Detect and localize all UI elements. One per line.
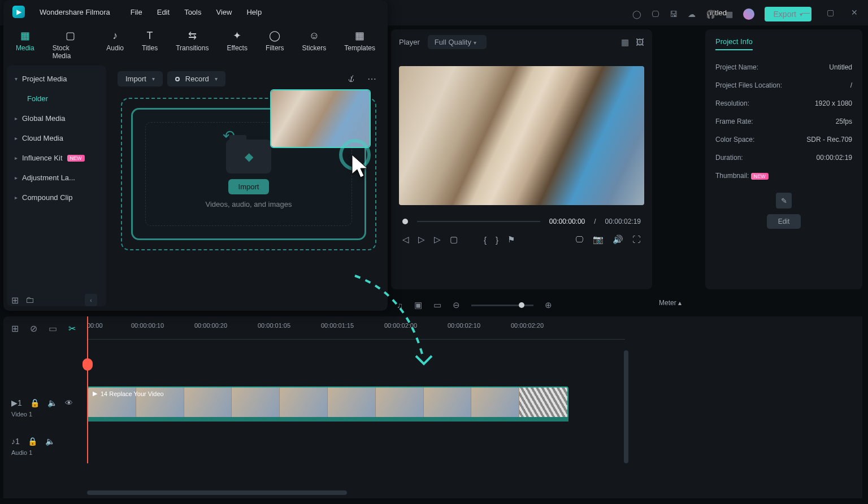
- audio-tool-icon[interactable]: ♫: [397, 301, 403, 310]
- tab-effects[interactable]: ✦Effects: [221, 27, 253, 62]
- monitor-icon[interactable]: 🖵: [652, 10, 659, 19]
- tab-transitions[interactable]: ⇆Transitions: [170, 27, 214, 62]
- info-row-duration: Duration:00:00:02:19: [715, 149, 852, 167]
- playhead-handle-icon[interactable]: [83, 358, 93, 371]
- audio-track-icon[interactable]: ♪1: [11, 437, 20, 446]
- record-indicator-icon[interactable]: ◯: [632, 10, 641, 19]
- cloud-icon[interactable]: ☁: [688, 10, 696, 19]
- thumbnail-edit-icon[interactable]: ✎: [776, 193, 792, 208]
- timeline-scrollbar-horizontal[interactable]: [87, 490, 347, 495]
- timeline-panel: ⊞ ⊘ ▭ ✂ 00:00 00:00:00:10 00:00:00:20 00…: [3, 316, 862, 498]
- zoom-out-icon[interactable]: ⊖: [453, 300, 460, 310]
- zoom-handle[interactable]: [519, 302, 524, 308]
- video-preview[interactable]: [399, 66, 644, 205]
- project-info-tab[interactable]: Project Info: [715, 37, 753, 50]
- headphones-icon[interactable]: 🎧: [706, 10, 715, 19]
- mute-icon[interactable]: 🔈: [45, 437, 55, 446]
- add-track-icon[interactable]: ⊞: [11, 323, 19, 334]
- menu-edit[interactable]: Edit: [157, 8, 170, 16]
- tab-audio[interactable]: ♪Audio: [101, 27, 129, 62]
- media-panel: ▶ Wondershare Filmora File Edit Tools Vi…: [3, 0, 388, 311]
- tab-stock-media[interactable]: ▢Stock Media: [47, 27, 94, 62]
- media-icon: ▦: [20, 29, 30, 42]
- info-row-project-name: Project Name:Untitled: [715, 58, 852, 76]
- tab-titles[interactable]: TTitles: [136, 27, 163, 62]
- mute-icon[interactable]: 🔈: [47, 398, 57, 407]
- playhead[interactable]: [87, 316, 88, 463]
- sidebar-item-compound-clip[interactable]: ▸Compound Clip: [7, 188, 106, 207]
- chevron-down-icon: ▾: [215, 76, 218, 82]
- volume-icon[interactable]: 🔊: [613, 234, 623, 245]
- sidebar-item-influence-kit[interactable]: ▸Influence Kit NEW: [7, 148, 106, 168]
- timeline-ruler[interactable]: 00:00 00:00:00:10 00:00:00:20 00:00:01:0…: [87, 322, 625, 347]
- avatar[interactable]: [743, 8, 754, 20]
- mark-out-icon[interactable]: }: [496, 235, 498, 245]
- chevron-right-icon: ▸: [15, 135, 18, 141]
- edit-button[interactable]: Edit: [767, 214, 801, 229]
- zoom-slider[interactable]: [471, 305, 533, 306]
- step-forward-icon[interactable]: ▷: [434, 234, 441, 245]
- scrub-bar[interactable]: 00:00:00:00 / 00:00:02:19: [391, 208, 652, 230]
- fullscreen-icon[interactable]: ⛶: [632, 234, 641, 245]
- filter-icon[interactable]: ⫝̸: [344, 72, 359, 86]
- clip-audio-strip[interactable]: [87, 417, 568, 422]
- sidebar-item-folder[interactable]: Folder: [19, 89, 106, 108]
- tab-filters[interactable]: ◯Filters: [260, 27, 290, 62]
- lock-icon[interactable]: 🔒: [30, 398, 40, 407]
- sidebar-item-global-media[interactable]: ▸Global Media: [7, 108, 106, 128]
- stop-icon[interactable]: ▢: [450, 234, 458, 245]
- apps-icon[interactable]: ▦: [726, 10, 733, 19]
- lock-icon[interactable]: 🔒: [28, 437, 37, 446]
- maximize-icon[interactable]: ▢: [827, 8, 834, 17]
- play-icon[interactable]: ▷: [418, 234, 425, 245]
- grid-view-icon[interactable]: ▦: [621, 37, 629, 47]
- info-row-location: Project Files Location:/: [715, 76, 852, 94]
- image-view-icon[interactable]: 🖼: [636, 37, 644, 47]
- mark-in-icon[interactable]: {: [484, 235, 487, 245]
- scrub-handle[interactable]: [402, 219, 408, 224]
- sidebar-item-cloud-media[interactable]: ▸Cloud Media: [7, 128, 106, 148]
- templates-icon: ▦: [355, 29, 364, 42]
- chevron-down-icon: ▾: [152, 76, 155, 82]
- timeline-left-tools: ⊞ ⊘ ▭ ✂: [11, 323, 76, 334]
- record-icon: [175, 77, 180, 81]
- more-icon[interactable]: ⋯: [364, 71, 380, 86]
- record-dropdown[interactable]: Record▾: [167, 71, 225, 86]
- link-icon[interactable]: ⊘: [30, 323, 37, 334]
- save-icon[interactable]: 🖫: [670, 10, 678, 19]
- group-icon[interactable]: ▭: [49, 323, 57, 334]
- quality-select[interactable]: Full Quality ▾: [428, 35, 487, 49]
- snapshot-icon[interactable]: 📷: [593, 234, 604, 245]
- timeline-scrollbar-vertical[interactable]: [624, 350, 628, 463]
- menu-help[interactable]: Help: [246, 8, 262, 16]
- display-icon[interactable]: 🖵: [575, 234, 584, 245]
- menu-view[interactable]: View: [216, 8, 232, 16]
- marker-flag-icon[interactable]: ⚑: [507, 234, 515, 245]
- timecode-total: 00:00:02:19: [605, 218, 641, 225]
- sidebar-item-adjustment-layer[interactable]: ▸Adjustment La...: [7, 168, 106, 188]
- adjust-tool-icon[interactable]: ▭: [433, 300, 441, 310]
- player-tab[interactable]: Player: [399, 38, 420, 46]
- magnet-icon[interactable]: ✂: [68, 323, 76, 334]
- crop-tool-icon[interactable]: ▣: [414, 300, 422, 310]
- media-panel-footer: ⊞ 🗀 ‹: [11, 294, 380, 306]
- chevron-right-icon: ▸: [15, 175, 18, 181]
- folder-icon[interactable]: 🗀: [25, 295, 34, 305]
- minimize-icon[interactable]: —: [802, 8, 810, 17]
- new-folder-icon[interactable]: ⊞: [11, 295, 19, 306]
- import-dropdown[interactable]: Import▾: [118, 71, 163, 86]
- import-button[interactable]: Import: [228, 179, 270, 194]
- step-back-icon[interactable]: ◁: [402, 234, 409, 245]
- menu-file[interactable]: File: [131, 8, 142, 16]
- close-icon[interactable]: ✕: [851, 8, 858, 17]
- zoom-in-icon[interactable]: ⊕: [545, 300, 552, 310]
- sidebar-item-project-media[interactable]: ▾Project Media: [7, 69, 106, 89]
- tab-stickers[interactable]: ☺Stickers: [297, 27, 332, 62]
- video-track-icon[interactable]: ▶1: [11, 398, 22, 407]
- menu-tools[interactable]: Tools: [184, 8, 201, 16]
- tab-media[interactable]: ▦Media: [10, 27, 40, 62]
- collapse-sidebar-button[interactable]: ‹: [85, 294, 97, 306]
- folder-icon: ◆: [226, 140, 271, 173]
- visibility-icon[interactable]: 👁: [65, 398, 73, 407]
- tab-templates[interactable]: ▦Templates: [338, 27, 381, 62]
